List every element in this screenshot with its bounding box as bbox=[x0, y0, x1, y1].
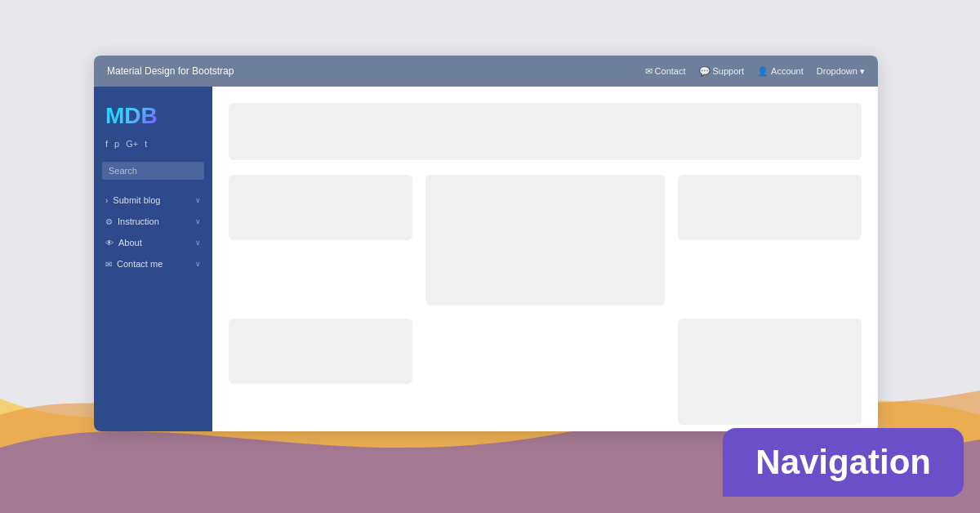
navigation-label-text: Navigation bbox=[755, 443, 931, 481]
navbar-dropdown-link[interactable]: Dropdown ▾ bbox=[817, 66, 865, 77]
chevron-down-icon: ∨ bbox=[195, 196, 201, 204]
sidebar-item-left: ⚙ Instruction bbox=[105, 216, 159, 226]
logo-text: MDB bbox=[105, 103, 158, 129]
card-medium-1 bbox=[425, 175, 665, 306]
card-small-3 bbox=[229, 319, 412, 384]
sidebar-item-label: Contact me bbox=[117, 259, 163, 269]
navbar-links: ✉ Contact 💬 Support 👤 Account Dropdown ▾ bbox=[645, 66, 865, 77]
sidebar-item-contact[interactable]: ✉ Contact me ∨ bbox=[94, 253, 212, 274]
twitter-icon[interactable]: t bbox=[145, 139, 147, 149]
card-bottom-right bbox=[678, 319, 862, 425]
sidebar-item-label: Instruction bbox=[118, 216, 159, 226]
chevron-down-icon: ∨ bbox=[195, 217, 201, 225]
sidebar-item-instruction[interactable]: ⚙ Instruction ∨ bbox=[94, 211, 212, 232]
sidebar-item-label: Submit blog bbox=[113, 195, 160, 205]
chevron-down-icon: ∨ bbox=[195, 260, 201, 268]
sidebar-search[interactable]: Search bbox=[102, 162, 204, 180]
navbar-account-link[interactable]: 👤 Account bbox=[757, 66, 804, 77]
sidebar-social: f p G+ t bbox=[94, 136, 212, 158]
top-navbar: Material Design for Bootstrap ✉ Contact … bbox=[94, 56, 878, 87]
navigation-label-box: Navigation bbox=[723, 428, 964, 497]
card-small-1 bbox=[229, 175, 412, 240]
content-area bbox=[212, 87, 878, 431]
main-area: MDB f p G+ t Search › Submit blog ∨ bbox=[94, 87, 878, 431]
card-row-first bbox=[229, 175, 862, 306]
card-spacer bbox=[425, 319, 665, 425]
card-row-second bbox=[229, 319, 862, 425]
browser-window: Material Design for Bootstrap ✉ Contact … bbox=[94, 56, 878, 431]
sidebar-item-label: About bbox=[118, 238, 142, 248]
eye-icon: 👁 bbox=[105, 239, 114, 248]
facebook-icon[interactable]: f bbox=[105, 139, 108, 149]
sidebar-item-left: ✉ Contact me bbox=[105, 259, 163, 269]
arrow-right-icon: › bbox=[105, 196, 108, 205]
navbar-brand: Material Design for Bootstrap bbox=[107, 65, 645, 77]
pinterest-icon[interactable]: p bbox=[114, 139, 119, 149]
gear-icon: ⚙ bbox=[105, 217, 113, 226]
sidebar: MDB f p G+ t Search › Submit blog ∨ bbox=[94, 87, 212, 431]
sidebar-item-left: 👁 About bbox=[105, 238, 142, 248]
card-wide-top bbox=[229, 103, 862, 160]
sidebar-item-about[interactable]: 👁 About ∨ bbox=[94, 232, 212, 253]
sidebar-item-submit-blog[interactable]: › Submit blog ∨ bbox=[94, 190, 212, 211]
navbar-contact-link[interactable]: ✉ Contact bbox=[645, 66, 686, 77]
sidebar-item-left: › Submit blog bbox=[105, 195, 160, 205]
card-small-2 bbox=[678, 175, 862, 240]
envelope-icon: ✉ bbox=[105, 260, 112, 269]
sidebar-logo: MDB bbox=[94, 96, 212, 136]
chevron-down-icon: ∨ bbox=[195, 239, 201, 247]
googleplus-icon[interactable]: G+ bbox=[126, 139, 138, 149]
navbar-support-link[interactable]: 💬 Support bbox=[699, 66, 745, 77]
